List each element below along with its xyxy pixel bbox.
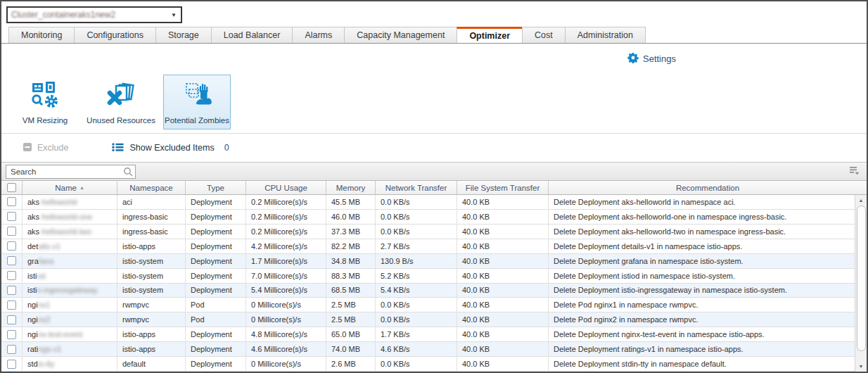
row-checkbox[interactable] — [1, 298, 23, 312]
cell-cpu: 0.2 Millicore(s)/s — [246, 225, 326, 239]
scrollbar-thumb[interactable] — [857, 206, 866, 351]
tab-label: Alarms — [305, 30, 332, 40]
cell-memory: 68.5 MB — [326, 284, 376, 298]
table-row[interactable]: grafanaistio-systemDeployment1.7 Millico… — [1, 254, 855, 269]
cell-fs: 40.0 KB — [457, 225, 549, 239]
table-row[interactable]: nginx1rwmpvcPod0 Millicore(s)/s2.5 MB0.0… — [1, 298, 855, 312]
app-window: Cluster_containeraks1new2 ▼ MonitoringCo… — [0, 0, 868, 373]
row-checkbox[interactable] — [1, 195, 23, 209]
table-row[interactable]: ratings-v1istio-appsDeployment4.6 Millic… — [1, 342, 855, 357]
tab-administration[interactable]: Administration — [565, 27, 646, 43]
search-box — [6, 165, 136, 179]
show-excluded-items-button[interactable]: Show Excluded Items 0 — [112, 142, 229, 154]
select-all-checkbox[interactable] — [1, 181, 23, 194]
row-checkbox[interactable] — [1, 239, 23, 253]
search-input[interactable] — [6, 165, 136, 179]
tab-monitoring[interactable]: Monitoring — [8, 27, 74, 43]
table-row[interactable]: details-v1istio-appsDeployment4.2 Millic… — [1, 239, 855, 254]
tool-vm-resizing[interactable]: VM Resizing — [11, 75, 79, 129]
exclude-button[interactable]: Exclude — [23, 142, 68, 154]
table-row[interactable]: nginx2rwmpvcPod0 Millicore(s)/s2.5 MB0.0… — [1, 312, 855, 327]
tab-storage[interactable]: Storage — [155, 27, 211, 43]
exclude-label: Exclude — [37, 143, 68, 153]
row-checkbox[interactable] — [1, 210, 23, 224]
tool-unused-resources[interactable]: Unused Resources — [87, 75, 155, 129]
cell-type: Pod — [186, 312, 246, 327]
row-checkbox[interactable] — [1, 284, 23, 298]
column-header-cpu-usage[interactable]: CPU Usage — [246, 181, 326, 194]
cell-network: 2.7 KB/s — [376, 239, 457, 253]
search-row — [1, 162, 867, 181]
column-header-label: Name — [55, 184, 77, 192]
table-body: aks-helloworldaciDeployment0.2 Millicore… — [1, 195, 867, 372]
row-checkbox[interactable] — [1, 269, 23, 283]
cell-name: nginx-test-event — [23, 327, 117, 341]
cell-network: 1.7 KB/s — [376, 327, 457, 341]
table-row[interactable]: nginx-test-eventistio-appsDeployment4.8 … — [1, 327, 855, 342]
table-row[interactable]: aks-helloworld-oneingress-basicDeploymen… — [1, 210, 855, 225]
cluster-dropdown[interactable]: Cluster_containeraks1new2 ▼ — [6, 6, 182, 23]
row-checkbox[interactable] — [1, 327, 23, 341]
cell-type: Deployment — [186, 239, 246, 253]
column-header-label: CPU Usage — [264, 184, 307, 192]
cell-network: 0.0 KB/s — [376, 195, 457, 209]
tab-cost[interactable]: Cost — [522, 27, 565, 43]
column-header-label: Memory — [336, 184, 366, 192]
table-row[interactable]: aks-helloworldaciDeployment0.2 Millicore… — [1, 195, 855, 210]
column-header-memory[interactable]: Memory — [326, 181, 376, 194]
tab-label: Configurations — [87, 30, 143, 40]
column-header-type[interactable]: Type — [186, 181, 246, 194]
tab-alarms[interactable]: Alarms — [292, 27, 344, 43]
cell-memory: 34.8 MB — [326, 254, 376, 268]
cell-namespace: ingress-basic — [117, 210, 186, 224]
cell-namespace: istio-system — [117, 254, 186, 268]
table-row[interactable]: istio-ingressgatewayistio-systemDeployme… — [1, 284, 855, 298]
cell-name: aks-helloworld-one — [23, 210, 117, 224]
column-header-file-system-transfer[interactable]: File System Transfer — [457, 181, 549, 194]
cell-name: grafana — [23, 254, 117, 268]
column-header-name[interactable]: Name▲ — [23, 181, 117, 194]
column-header-recommendation[interactable]: Recommendation — [549, 181, 867, 194]
scroll-up-icon[interactable]: ▲ — [855, 195, 867, 206]
settings-button[interactable]: Settings — [627, 52, 676, 65]
row-checkbox[interactable] — [1, 312, 23, 327]
tab-bar: MonitoringConfigurationsStorageLoad Bala… — [1, 27, 867, 44]
table-row[interactable]: aks-helloworld-twoingress-basicDeploymen… — [1, 225, 855, 239]
tools-toolbar: VM ResizingUnused ResourcesPotential Zom… — [1, 70, 867, 134]
vertical-scrollbar[interactable]: ▲ ▼ — [855, 195, 867, 372]
row-checkbox[interactable] — [1, 225, 23, 239]
vm-resizing-icon — [30, 81, 60, 112]
cell-memory: 74.0 MB — [326, 342, 376, 356]
row-checkbox[interactable] — [1, 254, 23, 268]
tool-label: VM Resizing — [23, 116, 68, 125]
search-icon — [123, 167, 133, 179]
cell-type: Deployment — [186, 269, 246, 283]
table-header-row: Name▲NamespaceTypeCPU UsageMemoryNetwork… — [1, 181, 867, 195]
scroll-down-icon[interactable]: ▼ — [855, 361, 867, 372]
row-checkbox[interactable] — [1, 342, 23, 356]
column-chooser-icon[interactable] — [846, 164, 862, 179]
tab-capacity-management[interactable]: Capacity Management — [344, 27, 457, 43]
cluster-dropdown-value: Cluster_containeraks1new2 — [11, 10, 171, 20]
table-row[interactable]: stdin-ttydefaultDeployment0 Millicore(s)… — [1, 357, 855, 372]
cell-type: Deployment — [186, 357, 246, 371]
actions-row: Exclude Show Excluded Items 0 — [1, 134, 867, 162]
cell-memory: 82.2 MB — [326, 239, 376, 253]
column-header-namespace[interactable]: Namespace — [117, 181, 186, 194]
cell-type: Deployment — [186, 284, 246, 298]
cell-memory: 37.3 MB — [326, 225, 376, 239]
cell-network: 0.0 KB/s — [376, 225, 457, 239]
tab-label: Capacity Management — [357, 30, 445, 40]
tab-optimizer[interactable]: Optimizer — [457, 27, 522, 43]
column-header-network-transfer[interactable]: Network Transfer — [376, 181, 457, 194]
cell-recommendation: Delete Deployment aks-helloworld-two in … — [549, 225, 855, 239]
tab-configurations[interactable]: Configurations — [74, 27, 155, 43]
cell-name: stdin-tty — [23, 357, 117, 371]
unused-resources-icon — [105, 81, 137, 112]
table-row[interactable]: istiodistio-systemDeployment7.0 Millicor… — [1, 269, 855, 284]
sort-asc-icon: ▲ — [79, 185, 84, 190]
tool-potential-zombies[interactable]: Potential Zombies — [163, 75, 231, 129]
row-checkbox[interactable] — [1, 357, 23, 371]
tab-load-balancer[interactable]: Load Balancer — [211, 27, 293, 43]
cell-fs: 40.0 KB — [457, 210, 549, 224]
